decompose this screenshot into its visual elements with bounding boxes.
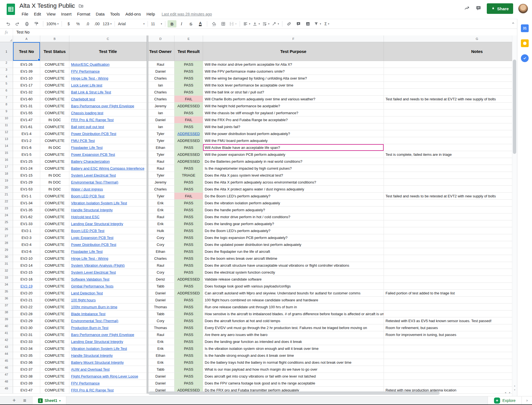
cell-test-status[interactable]: COMPLETE <box>40 193 69 200</box>
cell-notes[interactable] <box>384 276 512 283</box>
cell-test-title[interactable]: System Level Electrical Test <box>69 269 147 276</box>
cell-test-title[interactable]: FRX Pro & RC Range Test <box>69 116 147 123</box>
cell-test-status[interactable]: COMPLETE <box>40 82 69 89</box>
cell-notes[interactable] <box>384 269 512 276</box>
row-number[interactable]: 16 <box>0 158 13 165</box>
cell-notes[interactable] <box>384 345 512 352</box>
cell-test-no[interactable]: EV1-47 <box>13 116 40 123</box>
cell-test-status[interactable]: COMPLETE <box>40 234 69 241</box>
cell-notes[interactable] <box>384 68 512 75</box>
cell-test-no[interactable]: EV1-15 <box>13 172 40 179</box>
menu-data[interactable]: Data <box>93 11 107 17</box>
cell-test-status[interactable]: COMPLETE <box>40 241 69 248</box>
scroll-up-arrow[interactable]: ▲ <box>513 385 516 387</box>
cell-test-owner[interactable]: Daniel <box>147 380 174 387</box>
cell-notes[interactable] <box>384 186 512 193</box>
cell-notes[interactable] <box>384 207 512 213</box>
cell-test-no[interactable]: EV2-22 <box>13 304 40 310</box>
cell-notes[interactable] <box>384 89 512 96</box>
cell-test-result[interactable]: PASS <box>174 345 203 352</box>
cell-test-result[interactable]: PASS <box>174 75 203 82</box>
cell-notes[interactable] <box>384 109 512 116</box>
cell-test-status[interactable]: COMPLETE <box>40 352 69 359</box>
cell-test-title[interactable]: Baro Performance over Flight Envelope <box>69 331 147 338</box>
cell-test-title[interactable]: FMU PCB Test <box>69 137 147 144</box>
cell-test-result[interactable]: PASS <box>174 255 203 262</box>
row-number[interactable]: 15 <box>0 151 13 158</box>
cell-test-owner[interactable]: Tyler <box>147 172 174 179</box>
menu-view[interactable]: View <box>44 11 58 17</box>
cell-test-owner[interactable]: Erik <box>147 338 174 345</box>
cell-test-result[interactable]: PASS <box>174 227 203 234</box>
cell-test-result[interactable]: PASS <box>174 304 203 310</box>
cell-test-no[interactable]: EV2-28 <box>13 310 40 317</box>
cell-test-result[interactable]: PASS <box>174 89 203 96</box>
cell-test-status[interactable]: COMPLETE <box>40 290 69 297</box>
cell-notes[interactable] <box>384 380 512 387</box>
add-sheet-button[interactable]: + <box>10 396 18 405</box>
cell-test-no[interactable]: EV1-61 <box>13 123 40 130</box>
cell-test-title[interactable]: Hinge Life Test - Wiring <box>69 255 147 262</box>
cell-test-result[interactable]: ADDRESSED <box>174 158 203 165</box>
row-number[interactable]: 48 <box>0 380 13 387</box>
cell-test-owner[interactable]: Cory <box>147 269 174 276</box>
cell-test-purpose[interactable]: Does the aircraft function at hot and co… <box>203 317 384 324</box>
cell-notes[interactable] <box>384 213 512 220</box>
row-number[interactable]: 24 <box>0 213 13 220</box>
cell-test-purpose[interactable]: Does the Alta X protect agains water / d… <box>203 186 384 193</box>
row-number[interactable]: 20 <box>0 186 13 193</box>
vertical-scrollbar-thumb[interactable] <box>513 60 516 154</box>
cell-test-purpose[interactable]: Does the landing gear perform adequately… <box>203 220 384 227</box>
cell-test-result[interactable]: PASS <box>174 338 203 345</box>
cell-test-status[interactable]: COMPLETE <box>40 227 69 234</box>
cell-test-status[interactable]: COMPLETE <box>40 331 69 338</box>
cell-notes[interactable] <box>384 248 512 255</box>
cell-test-status[interactable]: IN DOC <box>40 144 69 151</box>
cell-test-purpose[interactable]: Will the chassis be stiff enough for pay… <box>203 109 384 116</box>
cell-test-owner[interactable]: Raul <box>147 213 174 220</box>
cell-test-result[interactable]: PASS <box>174 220 203 227</box>
cell-test-no[interactable]: EV1-62 <box>13 213 40 220</box>
cell-test-purpose[interactable]: Can aircraft autoland with Mpro and skyv… <box>203 290 384 297</box>
cell-test-owner[interactable]: Deniz <box>147 276 174 283</box>
cell-test-title[interactable]: Blade Imbalance Test <box>69 310 147 317</box>
cell-test-no[interactable]: EV2-30 <box>13 324 40 331</box>
cell-test-title[interactable]: Vibration Isolation System Life Test <box>69 345 147 352</box>
cell-test-owner[interactable]: Thomas <box>147 324 174 331</box>
row-number[interactable]: 49 <box>0 387 13 394</box>
cell-test-title[interactable]: Environmental Test (Thermal) <box>69 317 147 324</box>
cell-test-owner[interactable]: Raul <box>147 61 174 68</box>
italic-button[interactable]: I <box>177 20 186 27</box>
cell-test-title[interactable]: Hot/cold test ESC <box>69 213 147 220</box>
cell-test-title[interactable]: Vibration Isolation System Life Test <box>69 200 147 207</box>
cell-test-result[interactable]: PASS <box>174 269 203 276</box>
cell-test-status[interactable]: COMPLETE <box>40 262 69 269</box>
cell-test-result[interactable]: PASS <box>174 68 203 75</box>
all-sheets-icon[interactable]: ≡ <box>21 396 29 405</box>
cell-test-status[interactable]: COMPLETE <box>40 283 69 290</box>
cell-test-title[interactable]: Flopdapter Life Test <box>69 248 147 255</box>
cell-notes[interactable] <box>384 373 512 380</box>
cell-test-result[interactable]: ADDRESSED <box>174 137 203 144</box>
more-formats-button[interactable]: 123▾ <box>102 20 112 27</box>
cell-test-status[interactable]: COMPLETE <box>40 366 69 373</box>
cell-test-title[interactable]: Baro Performance over Flight Envelope <box>69 103 147 109</box>
cell-test-owner[interactable]: Ian <box>147 123 174 130</box>
cell-test-owner[interactable]: Ethan <box>147 248 174 255</box>
cell-test-status[interactable]: COMPLETE <box>40 310 69 317</box>
insert-chart-button[interactable] <box>303 20 312 27</box>
row-number[interactable]: 5 <box>0 82 13 89</box>
cell-test-status[interactable]: COMPLETE <box>40 109 69 116</box>
cell-test-owner[interactable]: Ian <box>147 82 174 89</box>
cell-test-status[interactable]: COMPLETE <box>40 276 69 283</box>
cell-test-result[interactable]: PASS <box>174 310 203 317</box>
cell-test-purpose[interactable]: Does the Alta X pass system level electr… <box>203 172 384 179</box>
cell-test-no[interactable]: EV2-36 <box>13 359 40 366</box>
row-number[interactable]: 46 <box>0 366 13 373</box>
cell-test-purpose[interactable]: Does the vibration isolation perform ade… <box>203 200 384 207</box>
column-header-E[interactable]: E <box>174 35 203 42</box>
cell-test-owner[interactable]: Daniel <box>147 290 174 297</box>
cell-test-no[interactable]: EV1-10 <box>13 75 40 82</box>
row-number[interactable]: 26 <box>0 227 13 234</box>
cell-test-purpose[interactable]: Is the vibration isolation system stron … <box>203 345 384 352</box>
